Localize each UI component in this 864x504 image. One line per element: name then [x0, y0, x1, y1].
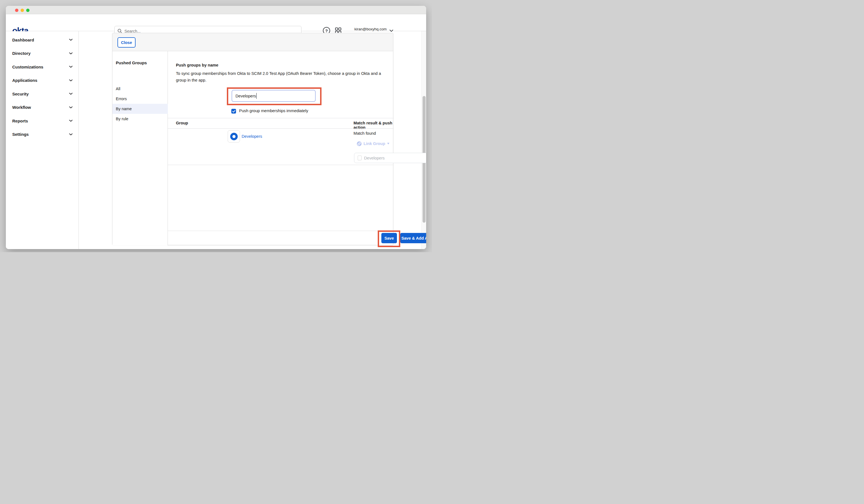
- match-status: Match found: [353, 131, 376, 135]
- push-immediately-checkbox[interactable]: [231, 109, 236, 113]
- sidebar-item-workflow[interactable]: Workflow: [6, 101, 79, 115]
- browser-window: okta ? kiran@boxyhq.com okta-dev-2090126…: [6, 6, 426, 249]
- zoom-window-icon[interactable]: [26, 9, 29, 12]
- app-header: okta ? kiran@boxyhq.com okta-dev-2090126…: [6, 14, 426, 31]
- group-name-link[interactable]: Developers: [242, 134, 262, 139]
- close-button[interactable]: Close: [118, 37, 135, 48]
- dialog-header: Close: [112, 33, 393, 51]
- check-icon: [232, 110, 236, 113]
- window-titlebar: [6, 6, 426, 14]
- sidebar-item-settings[interactable]: Settings: [6, 128, 79, 141]
- nav-item-all[interactable]: All: [112, 84, 168, 94]
- account-email: kiran@boxyhq.com: [337, 27, 387, 32]
- chevron-down-icon: [69, 79, 73, 82]
- group-avatar: [228, 130, 240, 143]
- chevron-down-icon: [69, 39, 73, 41]
- chevron-down-icon: [69, 106, 73, 109]
- sidebar-item-security[interactable]: Security: [6, 87, 79, 101]
- nav-item-by-name[interactable]: By name: [112, 104, 168, 114]
- divider: [168, 118, 394, 118]
- link-icon: [357, 141, 362, 146]
- sidebar-item-reports[interactable]: Reports: [6, 114, 79, 128]
- link-group-dropdown[interactable]: Link Group: [357, 141, 389, 146]
- panel-heading: Push groups by name: [176, 63, 218, 67]
- chevron-down-icon: [69, 66, 73, 68]
- chevron-down-icon: [69, 93, 73, 95]
- chevron-down-icon: [69, 120, 73, 122]
- pushed-groups-nav: Pushed Groups All Errors By name By rule: [112, 51, 168, 245]
- sidebar: Dashboard Directory Customizations Appli…: [6, 31, 79, 249]
- push-by-name-panel: Push groups by name To sync group member…: [168, 51, 394, 245]
- close-window-icon[interactable]: [15, 9, 19, 12]
- sidebar-item-customizations[interactable]: Customizations: [6, 60, 79, 74]
- minimize-window-icon[interactable]: [21, 9, 24, 12]
- push-immediately-label: Push group memberships immediately: [239, 109, 308, 113]
- text-cursor: [256, 93, 257, 99]
- push-groups-dialog: Close Pushed Groups All Errors By name B…: [112, 33, 393, 245]
- chevron-down-icon: [69, 133, 73, 135]
- sidebar-item-applications[interactable]: Applications: [6, 74, 79, 87]
- linked-group-select[interactable]: Developers: [354, 153, 426, 163]
- caret-down-icon: [387, 143, 389, 144]
- group-placeholder-icon: [358, 156, 362, 160]
- nav-title: Pushed Groups: [116, 60, 147, 65]
- nav-item-by-rule[interactable]: By rule: [112, 114, 168, 124]
- sidebar-item-directory[interactable]: Directory: [6, 47, 79, 60]
- sidebar-item-dashboard[interactable]: Dashboard: [6, 33, 79, 47]
- chevron-down-icon: [69, 52, 73, 55]
- nav-item-errors[interactable]: Errors: [112, 94, 168, 104]
- scrollbar-track[interactable]: [421, 31, 426, 249]
- group-name-input[interactable]: Developers: [231, 90, 316, 102]
- group-avatar-icon: [230, 133, 238, 140]
- save-add-another-button[interactable]: Save & Add Another: [400, 233, 426, 243]
- save-button[interactable]: Save: [381, 233, 397, 243]
- divider: [168, 128, 394, 129]
- selected-group-label: Developers: [364, 156, 426, 160]
- chevron-down-icon[interactable]: [389, 29, 393, 32]
- footer-divider: [168, 231, 394, 231]
- panel-description: To sync group memberships from Okta to S…: [176, 70, 381, 84]
- column-header-group: Group: [176, 121, 188, 125]
